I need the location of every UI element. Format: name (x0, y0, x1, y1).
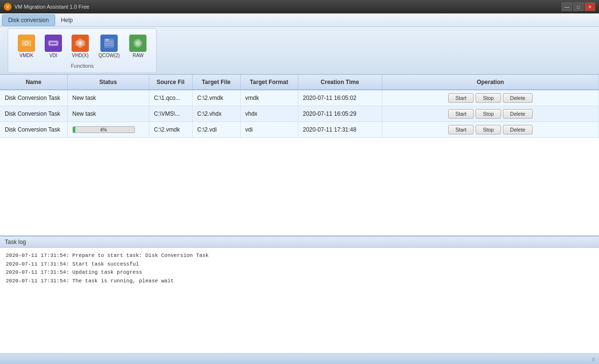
row-name: Disk Conversion Task (0, 90, 67, 106)
menu-bar: Disk conversion Help (0, 13, 599, 27)
task-log-header: Task log (0, 236, 599, 248)
svg-point-22 (137, 43, 138, 44)
toolbar-vmdk-button[interactable]: VMDK (14, 33, 39, 60)
toolbar-raw-button[interactable]: RAW (125, 33, 150, 60)
start-button[interactable]: Start (448, 109, 474, 119)
log-entry: 2020-07-11 17:31:54: The task is running… (6, 277, 593, 286)
start-button[interactable]: Start (448, 93, 474, 103)
svg-rect-17 (105, 39, 109, 40)
maximize-button[interactable]: □ (573, 2, 584, 11)
log-entry: 2020-07-11 17:31:54: Updating task progr… (6, 268, 593, 277)
row-format: vhdx (240, 106, 298, 122)
menu-disk-conversion[interactable]: Disk conversion (2, 14, 55, 26)
progress-bar-container: 4% (73, 126, 135, 133)
col-header-status: Status (67, 75, 149, 90)
row-status: New task (67, 106, 149, 122)
app-icon: V (4, 3, 12, 11)
row-source: C:\1.qco... (149, 90, 192, 106)
log-entry: 2020-07-11 17:31:54: Prepare to start ta… (6, 252, 593, 260)
row-target: C:\2.vmdk (192, 90, 240, 106)
start-button[interactable]: Start (448, 125, 474, 134)
row-target: C:\2.vdi (192, 122, 240, 138)
svg-rect-7 (50, 42, 57, 44)
col-header-name: Name (0, 75, 67, 90)
row-name: Disk Conversion Task (0, 122, 67, 138)
col-header-operation: Operation (382, 75, 599, 90)
row-source: C:\VMS\... (149, 106, 192, 122)
row-source: C:\2.vmdk (149, 122, 192, 138)
delete-button[interactable]: Delete (503, 109, 533, 119)
raw-icon (129, 35, 147, 52)
tasks-table: Name Status Source Fil Target File Targe… (0, 75, 599, 138)
vhd-label: VHD(X) (72, 53, 88, 58)
resize-grip: ⠿ (588, 356, 595, 363)
table-area: Name Status Source Fil Target File Targe… (0, 75, 599, 236)
main-content: Name Status Source Fil Target File Targe… (0, 75, 599, 364)
svg-point-3 (25, 42, 27, 44)
row-format: vmdk (240, 90, 298, 106)
stop-button[interactable]: Stop (476, 125, 501, 134)
minimize-button[interactable]: — (562, 2, 572, 11)
svg-point-11 (79, 42, 82, 45)
close-button[interactable]: ✕ (585, 2, 595, 11)
vmdk-label: VMDK (20, 53, 34, 58)
qcow-icon (100, 35, 118, 52)
row-target: C:\2.vhdx (192, 106, 240, 122)
window-controls: — □ ✕ (562, 2, 595, 11)
row-operations: StartStopDelete (382, 106, 599, 122)
row-creation-time: 2020-07-11 16:05:02 (298, 90, 382, 106)
toolbar: VMDK VDI (0, 27, 599, 75)
qcow-label: QCOW(2) (98, 53, 120, 58)
col-header-target: Target File (192, 75, 240, 90)
table-row: Disk Conversion TaskNew taskC:\1.qco...C… (0, 90, 599, 106)
row-format: vdi (240, 122, 298, 138)
col-header-creation: Creation Time (298, 75, 382, 90)
col-header-source: Source Fil (149, 75, 192, 90)
row-status: 4% (67, 122, 149, 138)
row-creation-time: 2020-07-11 17:31:48 (298, 122, 382, 138)
toolbar-buttons: VMDK VDI (14, 33, 150, 60)
toolbar-group-label: Functions (14, 63, 150, 69)
stop-button[interactable]: Stop (476, 109, 501, 119)
vmdk-icon (18, 35, 35, 52)
row-status: New task (67, 90, 149, 106)
log-entry: 2020-07-11 17:31:54: Start task successf… (6, 260, 593, 269)
toolbar-vhd-button[interactable]: VHD(X) (68, 33, 93, 60)
row-creation-time: 2020-07-11 16:05:29 (298, 106, 382, 122)
status-bar: ⠿ (0, 353, 599, 364)
progress-text: 4% (73, 127, 134, 133)
vhd-icon (72, 35, 89, 52)
title-bar: V VM Migration Assistant 1.0 Free — □ ✕ (0, 0, 599, 13)
menu-help[interactable]: Help (55, 15, 79, 25)
stop-button[interactable]: Stop (476, 93, 501, 103)
raw-label: RAW (133, 53, 144, 58)
table-row: Disk Conversion TaskNew taskC:\VMS\...C:… (0, 106, 599, 122)
row-name: Disk Conversion Task (0, 106, 67, 122)
table-row: Disk Conversion Task4%C:\2.vmdkC:\2.vdiv… (0, 122, 599, 138)
vdi-icon (45, 35, 62, 52)
toolbar-vdi-button[interactable]: VDI (41, 33, 66, 60)
task-log-content: 2020-07-11 17:31:54: Prepare to start ta… (0, 248, 599, 353)
toolbar-functions-group: VMDK VDI (8, 28, 157, 73)
window-title: VM Migration Assistant 1.0 Free (14, 4, 89, 10)
col-header-format: Target Format (240, 75, 298, 90)
row-operations: StartStopDelete (382, 122, 599, 138)
delete-button[interactable]: Delete (503, 93, 533, 103)
table-header-row: Name Status Source Fil Target File Targe… (0, 75, 599, 90)
toolbar-qcow-button[interactable]: QCOW(2) (95, 33, 123, 60)
delete-button[interactable]: Delete (503, 125, 533, 134)
vdi-label: VDI (49, 53, 58, 58)
row-operations: StartStopDelete (382, 90, 599, 106)
